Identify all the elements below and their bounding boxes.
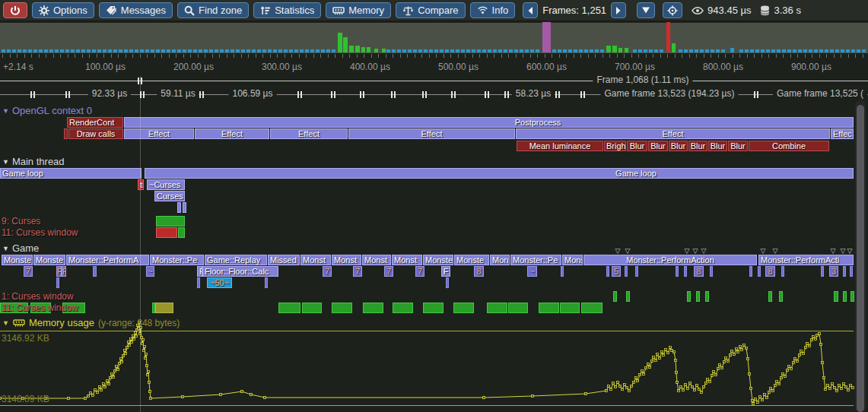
zone[interactable]: Monste — [423, 255, 453, 265]
frame-bar[interactable] — [257, 49, 261, 52]
zone[interactable]: Monst — [300, 255, 331, 265]
frame-bar[interactable] — [199, 49, 202, 52]
frame-bar[interactable] — [558, 49, 561, 52]
frame-bar[interactable] — [862, 49, 866, 52]
frame-bar[interactable] — [289, 49, 293, 52]
zone[interactable] — [93, 266, 97, 277]
zone[interactable]: F — [56, 266, 62, 277]
frame-bar[interactable] — [135, 49, 138, 52]
collapse-triangle-icon[interactable]: ▼ — [2, 319, 9, 327]
zone[interactable] — [781, 266, 784, 277]
zone[interactable]: 7 — [415, 266, 424, 277]
frame-bar[interactable] — [273, 49, 277, 52]
frame-bar[interactable] — [595, 49, 599, 52]
frame-bar[interactable] — [17, 49, 21, 52]
zone[interactable]: Monst — [362, 255, 391, 265]
compare-button[interactable]: Compare — [396, 2, 465, 18]
frame-bar[interactable] — [103, 49, 107, 52]
frame-bar[interactable] — [429, 49, 433, 52]
zone[interactable] — [508, 303, 528, 313]
zone[interactable] — [696, 291, 700, 302]
zone[interactable]: 8 — [765, 266, 775, 277]
frame-bar[interactable] — [825, 49, 828, 52]
frame-bar-green[interactable] — [382, 49, 386, 52]
zone[interactable]: Mons — [490, 255, 510, 265]
message-marker[interactable]: ▽ — [831, 248, 836, 255]
section-header-game[interactable]: ▼Game — [2, 242, 39, 254]
frame-bar[interactable] — [638, 49, 642, 52]
zone[interactable]: Blur — [648, 141, 668, 151]
frame-bar[interactable] — [488, 49, 491, 52]
frame-bar[interactable] — [413, 49, 417, 52]
frame-bar[interactable] — [649, 49, 653, 52]
zone[interactable]: ~ — [146, 266, 154, 277]
frame-bar[interactable] — [644, 49, 647, 52]
zone[interactable]: F — [441, 266, 450, 277]
zone[interactable] — [613, 291, 617, 302]
zone[interactable]: ~Curses — [147, 179, 185, 190]
frame-bar[interactable] — [689, 49, 693, 52]
frame-bar[interactable] — [300, 49, 304, 52]
frame-bar[interactable] — [97, 49, 101, 52]
zone[interactable]: Effect — [270, 128, 348, 139]
frame-bar[interactable] — [498, 49, 502, 52]
frame-bar[interactable] — [236, 49, 240, 52]
frame-bar[interactable] — [284, 49, 288, 52]
collapse-triangle-icon[interactable]: ▼ — [2, 245, 9, 252]
frame-bar[interactable] — [225, 49, 229, 52]
frame-bar[interactable] — [472, 49, 475, 52]
frame-bar[interactable] — [814, 49, 818, 52]
zone[interactable] — [843, 291, 847, 302]
zone[interactable] — [821, 266, 824, 277]
zone[interactable]: Monster::PerformA — [66, 255, 149, 265]
frame-bar[interactable] — [39, 49, 43, 52]
message-marker[interactable]: ▽ — [693, 248, 698, 255]
zone[interactable]: 7 — [24, 266, 33, 277]
frame-bar[interactable] — [520, 49, 523, 52]
frame-bar-magenta[interactable] — [542, 22, 551, 52]
frame-bar-green[interactable] — [618, 48, 622, 52]
zone[interactable]: Effect — [516, 128, 830, 139]
zone[interactable]: Game loop — [0, 168, 141, 179]
options-button[interactable]: Options — [32, 2, 94, 18]
zone[interactable] — [446, 277, 449, 288]
frame-bar[interactable] — [482, 49, 486, 52]
frame-bar-green[interactable] — [625, 48, 628, 52]
zone[interactable]: Curses — [154, 191, 185, 201]
zone[interactable] — [56, 277, 59, 288]
frame-bar[interactable] — [590, 49, 593, 52]
zone[interactable]: Mean luminance — [517, 141, 603, 151]
frame-bar[interactable] — [477, 49, 481, 52]
memory-section-header[interactable]: ▼ Memory usage (y-range: 848 bytes) — [2, 317, 180, 328]
locate-crosshair-button[interactable] — [663, 2, 682, 18]
zone[interactable]: Effect — [195, 128, 269, 139]
collapse-triangle-icon[interactable]: ▼ — [2, 158, 9, 166]
frame-bar[interactable] — [108, 49, 112, 52]
frame-bar[interactable] — [654, 49, 658, 52]
frame-bar[interactable] — [87, 49, 91, 52]
frame-bar[interactable] — [33, 49, 37, 52]
zone[interactable] — [768, 291, 772, 302]
zone[interactable] — [155, 303, 173, 313]
zone[interactable]: Blur — [728, 141, 748, 151]
frame-bar[interactable] — [145, 49, 149, 52]
frame-bar[interactable] — [49, 49, 53, 52]
frame-bar[interactable] — [803, 49, 807, 52]
memory-button[interactable]: Memory — [326, 2, 391, 18]
frame-bar[interactable] — [397, 49, 401, 52]
frame-bar[interactable] — [684, 49, 688, 52]
frame-bar[interactable] — [745, 49, 749, 52]
zone[interactable] — [197, 277, 200, 288]
zone[interactable]: Missed — [268, 255, 300, 265]
frame-bar[interactable] — [568, 49, 572, 52]
zone[interactable]: Game::Replay — [205, 255, 267, 265]
zone[interactable] — [453, 303, 474, 313]
frame-bar-green[interactable] — [606, 46, 611, 52]
zone[interactable]: ti — [138, 179, 144, 190]
frame-bar[interactable] — [124, 49, 128, 52]
frame-bar[interactable] — [402, 49, 406, 52]
zone[interactable] — [156, 227, 177, 238]
zone[interactable] — [363, 303, 383, 313]
frame-bar[interactable] — [777, 49, 781, 52]
frame-bar[interactable] — [514, 49, 518, 52]
